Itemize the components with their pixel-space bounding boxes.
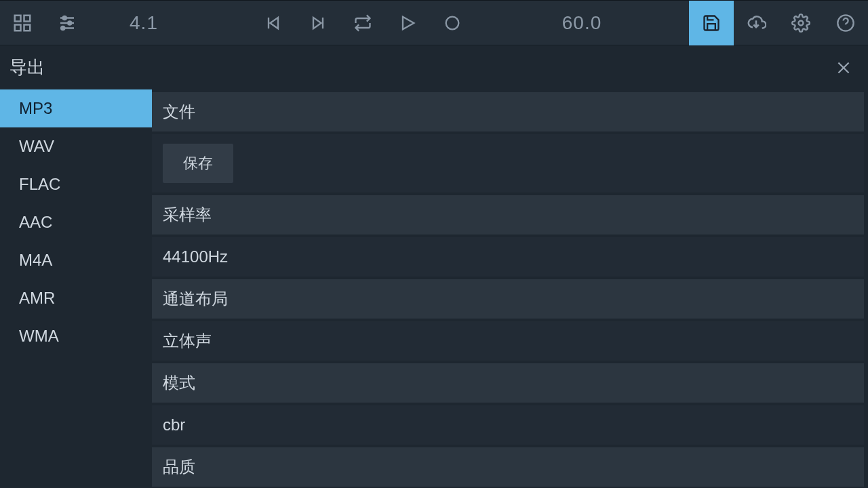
svg-rect-2 bbox=[15, 24, 21, 30]
section-header-quality: 品质 bbox=[152, 447, 864, 487]
mode-value[interactable]: cbr bbox=[152, 405, 864, 445]
svg-point-9 bbox=[61, 26, 64, 30]
save-button-label: 保存 bbox=[183, 153, 213, 174]
sidebar-item-label: MP3 bbox=[19, 99, 52, 118]
export-header: 导出 bbox=[0, 45, 868, 89]
svg-point-15 bbox=[446, 16, 459, 29]
sidebar-item-flac[interactable]: FLAC bbox=[0, 165, 152, 203]
grid-icon[interactable] bbox=[0, 1, 45, 45]
gear-icon[interactable] bbox=[778, 1, 823, 45]
samplerate-value[interactable]: 44100Hz bbox=[152, 237, 864, 277]
skip-start-icon[interactable] bbox=[251, 1, 296, 45]
sidebar-item-label: AAC bbox=[19, 213, 52, 232]
mode-value-text: cbr bbox=[163, 415, 185, 434]
sidebar-item-label: AMR bbox=[19, 289, 55, 308]
sidebar-item-label: WAV bbox=[19, 137, 54, 156]
sidebar-item-m4a[interactable]: M4A bbox=[0, 241, 152, 279]
sidebar-item-wav[interactable]: WAV bbox=[0, 127, 152, 165]
svg-rect-3 bbox=[24, 24, 31, 30]
samplerate-value-text: 44100Hz bbox=[163, 247, 228, 266]
save-button[interactable]: 保存 bbox=[163, 144, 233, 183]
section-header-mode: 模式 bbox=[152, 363, 864, 403]
sidebar-item-wma[interactable]: WMA bbox=[0, 317, 152, 355]
svg-point-5 bbox=[63, 16, 66, 20]
section-header-samplerate: 采样率 bbox=[152, 195, 864, 235]
svg-marker-14 bbox=[403, 16, 414, 29]
sidebar-item-label: M4A bbox=[19, 251, 52, 270]
section-header-channels: 通道布局 bbox=[152, 279, 864, 319]
sidebar-item-amr[interactable]: AMR bbox=[0, 279, 152, 317]
section-header-file: 文件 bbox=[152, 92, 864, 131]
loop-icon[interactable] bbox=[340, 1, 385, 45]
right-number-display[interactable]: 60.0 bbox=[528, 12, 636, 34]
export-settings-panel: 文件 保存 采样率 44100Hz 通道布局 立体声 模式 cbr 品质 bbox=[152, 89, 868, 488]
sliders-icon[interactable] bbox=[45, 1, 90, 45]
channels-value[interactable]: 立体声 bbox=[152, 321, 864, 361]
sidebar-item-mp3[interactable]: MP3 bbox=[0, 89, 152, 127]
file-button-row: 保存 bbox=[152, 134, 864, 192]
sidebar-item-label: FLAC bbox=[19, 175, 60, 194]
skip-end-icon[interactable] bbox=[296, 1, 340, 45]
export-title: 导出 bbox=[9, 56, 45, 79]
cloud-download-icon[interactable] bbox=[734, 1, 778, 45]
top-toolbar: 4.1 60.0 bbox=[0, 0, 868, 45]
format-sidebar: MP3 WAV FLAC AAC M4A AMR WMA bbox=[0, 89, 152, 488]
svg-rect-1 bbox=[24, 15, 31, 21]
svg-rect-0 bbox=[15, 15, 21, 21]
channels-value-text: 立体声 bbox=[163, 330, 212, 352]
close-icon[interactable] bbox=[830, 54, 857, 81]
left-number-display[interactable]: 4.1 bbox=[90, 12, 198, 34]
svg-point-7 bbox=[68, 21, 71, 24]
sidebar-item-label: WMA bbox=[19, 327, 59, 346]
play-icon[interactable] bbox=[385, 1, 430, 45]
save-icon[interactable] bbox=[689, 1, 734, 45]
svg-marker-12 bbox=[313, 17, 321, 28]
record-icon[interactable] bbox=[430, 1, 475, 45]
help-icon[interactable] bbox=[823, 1, 868, 45]
svg-point-17 bbox=[799, 20, 804, 25]
svg-marker-11 bbox=[270, 17, 278, 28]
sidebar-item-aac[interactable]: AAC bbox=[0, 203, 152, 241]
